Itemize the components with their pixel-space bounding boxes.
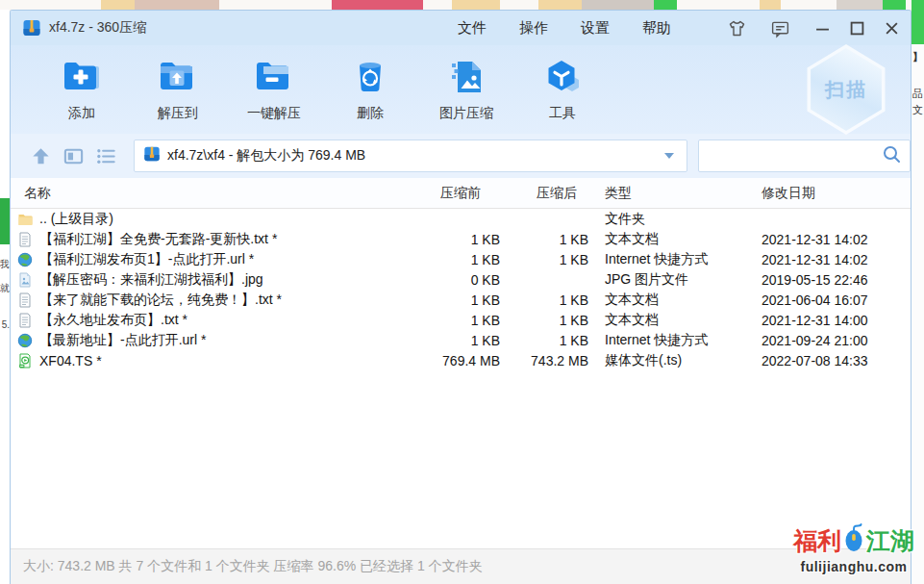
file-name: 【最新地址】-点此打开.url *: [39, 332, 206, 349]
bg-thumbnail: [135, 0, 219, 10]
add-button[interactable]: 添加: [34, 58, 130, 122]
add-label: 添加: [68, 105, 95, 122]
bg-thumbnail: [760, 0, 781, 10]
one-key-extract-icon: [252, 58, 296, 100]
menu-settings[interactable]: 设置: [581, 19, 610, 38]
navigation-bar: xf4.7z\xf4 - 解包大小为 769.4 MB: [11, 134, 911, 178]
close-icon[interactable]: [885, 21, 899, 36]
file-name: .. (上级目录): [39, 211, 113, 228]
column-header-date[interactable]: 修改日期: [752, 185, 911, 202]
bg-text-fragment: 5.: [2, 319, 10, 330]
scan-badge[interactable]: 扫描: [803, 44, 889, 135]
skin-theme-icon[interactable]: [727, 18, 747, 38]
bg-thumbnail: [538, 0, 582, 10]
bg-text-fragment: 就: [0, 282, 10, 295]
text-file-icon: [17, 313, 33, 328]
desktop-background-right: 】 品 文: [912, 0, 924, 584]
table-row[interactable]: 【永久地址发布页】.txt * 1 KB 1 KB 文本文档 2021-12-3…: [11, 310, 911, 330]
list-view-icon[interactable]: [95, 145, 117, 167]
column-header-name[interactable]: 名称: [11, 185, 429, 202]
image-compress-button[interactable]: 图片压缩: [418, 58, 514, 122]
folder-icon: [17, 212, 33, 227]
file-name: 【来了就能下载的论坛，纯免费！】.txt *: [39, 292, 282, 309]
text-file-icon: [17, 292, 33, 308]
app-window: xf4.7z - 360压缩 文件 操作 设置 帮助: [10, 10, 912, 584]
table-row[interactable]: 【福利江湖】全免费-无套路-更新快.txt * 1 KB 1 KB 文本文档 2…: [11, 229, 911, 249]
bg-text-fragment: 品: [912, 87, 923, 101]
text-file-icon: [17, 232, 33, 247]
bg-thumbnail: [101, 0, 135, 10]
table-row[interactable]: .. (上级目录) 文件夹: [11, 209, 911, 229]
file-list: .. (上级目录) 文件夹 【福利江湖】全免费-无套路-更新快.txt * 1 …: [11, 209, 911, 548]
up-directory-icon[interactable]: [30, 145, 52, 167]
image-file-icon: [17, 272, 33, 288]
watermark-logo: 福利 江湖 fulijianghu.com: [793, 523, 914, 574]
archive-file-icon: [143, 145, 161, 166]
extract-to-label: 解压到: [158, 105, 198, 122]
titlebar-action-icons: [727, 18, 790, 38]
toolbar: 添加 解压到 一键解压 删除 图片压缩: [11, 45, 911, 134]
bg-thumbnail: [332, 0, 423, 10]
bg-thumbnail: [883, 0, 906, 10]
bg-green-bar: [0, 198, 10, 244]
watermark-domain: fulijianghu.com: [793, 559, 914, 574]
status-text: 大小: 743.2 MB 共 7 个文件和 1 个文件夹 压缩率 96.6% 已…: [23, 558, 483, 575]
file-name: 【福利江湖发布页1】-点此打开.url *: [39, 251, 254, 268]
bg-text-fragment: 】: [912, 50, 923, 64]
search-input[interactable]: [708, 148, 882, 164]
maximize-icon[interactable]: [850, 21, 864, 36]
scan-label: 扫描: [825, 77, 867, 103]
one-key-extract-button[interactable]: 一键解压: [226, 58, 322, 122]
menu-operation[interactable]: 操作: [519, 19, 548, 38]
preview-pane-icon[interactable]: [62, 145, 85, 167]
search-box: [698, 140, 911, 172]
image-compress-label: 图片压缩: [439, 105, 493, 122]
watermark-text-left: 福利: [793, 525, 841, 557]
status-bar: 大小: 743.2 MB 共 7 个文件和 1 个文件夹 压缩率 96.6% 已…: [11, 548, 911, 584]
file-name: 【福利江湖】全免费-无套路-更新快.txt *: [39, 231, 277, 248]
address-bar[interactable]: xf4.7z\xf4 - 解包大小为 769.4 MB: [134, 140, 687, 172]
bg-text-fragment: 文: [912, 103, 923, 117]
url-globe-icon: [17, 252, 33, 267]
bg-green-badge: [912, 0, 924, 44]
delete-icon: [348, 58, 392, 100]
feedback-icon[interactable]: [770, 18, 790, 38]
table-row[interactable]: 【来了就能下载的论坛，纯免费！】.txt * 1 KB 1 KB 文本文档 20…: [11, 290, 911, 310]
add-folder-icon: [60, 58, 104, 100]
bg-thumbnail: [452, 0, 500, 10]
delete-label: 删除: [357, 105, 384, 122]
menu-file[interactable]: 文件: [458, 19, 487, 38]
column-header-type[interactable]: 类型: [592, 185, 752, 202]
search-icon[interactable]: [882, 144, 901, 167]
archive-app-icon: [22, 18, 41, 38]
extract-to-button[interactable]: 解压到: [130, 58, 226, 122]
mouse-icon: [842, 523, 865, 558]
one-key-extract-label: 一键解压: [247, 105, 301, 122]
window-title: xf4.7z - 360压缩: [49, 19, 146, 37]
column-header-packed[interactable]: 压缩前: [429, 185, 504, 202]
bg-text-fragment: ,我: [0, 258, 10, 271]
image-compress-icon: [444, 58, 488, 100]
delete-button[interactable]: 删除: [322, 58, 418, 122]
tools-icon: [540, 58, 585, 100]
address-dropdown-icon[interactable]: [656, 142, 683, 169]
table-header: 名称 压缩前 压缩后 类型 修改日期: [11, 178, 911, 209]
menu-bar: 文件 操作 设置 帮助: [458, 19, 671, 38]
window-controls: [815, 21, 899, 36]
column-header-compressed[interactable]: 压缩后: [504, 185, 592, 202]
bg-thumbnail: [582, 0, 654, 10]
file-name: 【解压密码：来福利江湖找福利】.jpg: [39, 271, 263, 289]
url-globe-icon: [17, 333, 33, 348]
table-row[interactable]: XF04.TS * 769.4 MB 743.2 MB 媒体文件(.ts) 20…: [11, 350, 911, 370]
table-row[interactable]: 【解压密码：来福利江湖找福利】.jpg 0 KB JPG 图片文件 2019-0…: [11, 269, 911, 290]
minimize-icon[interactable]: [815, 21, 830, 36]
menu-help[interactable]: 帮助: [642, 19, 671, 38]
desktop-background-strip: [0, 0, 924, 10]
table-row[interactable]: 【福利江湖发布页1】-点此打开.url * 1 KB 1 KB Internet…: [11, 249, 911, 269]
title-bar: xf4.7z - 360压缩 文件 操作 设置 帮助: [11, 11, 911, 45]
tools-button[interactable]: 工具: [514, 58, 611, 122]
table-row[interactable]: 【最新地址】-点此打开.url * 1 KB 1 KB Internet 快捷方…: [11, 330, 911, 350]
scan-badge-inner: 扫描: [807, 48, 886, 131]
extract-to-icon: [156, 58, 200, 100]
tools-label: 工具: [549, 105, 576, 122]
